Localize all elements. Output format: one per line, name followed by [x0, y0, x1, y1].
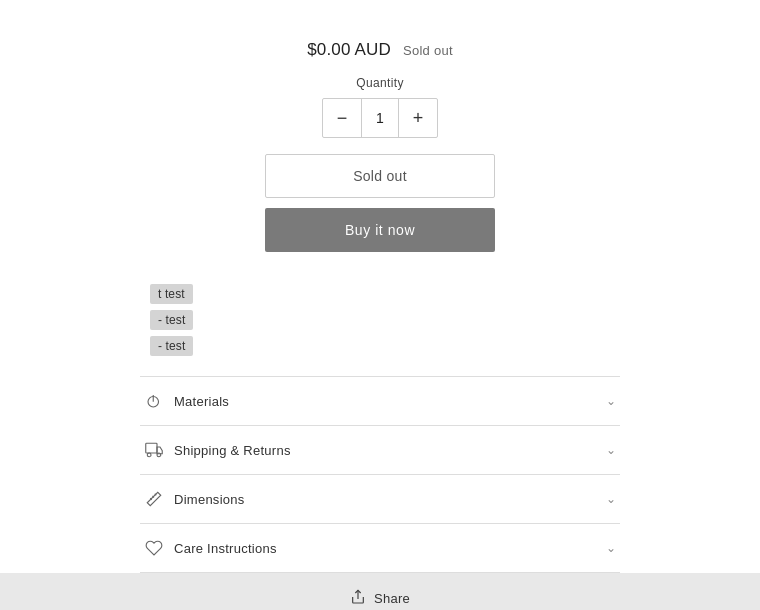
product-section: $0.00 AUD Sold out Quantity − 1 + Sold o…: [140, 40, 620, 252]
accordion-item-shipping[interactable]: Shipping & Returns ⌄: [140, 426, 620, 475]
chevron-down-icon: ⌄: [606, 541, 616, 555]
quantity-value: 1: [361, 99, 399, 137]
product-page: $0.00 AUD Sold out Quantity − 1 + Sold o…: [0, 0, 760, 610]
accordion-item-materials[interactable]: Materials ⌄: [140, 377, 620, 426]
accordion-label-materials: Materials: [174, 394, 229, 409]
tag-2: - test: [150, 310, 193, 330]
svg-point-1: [147, 453, 151, 457]
quantity-increase-button[interactable]: +: [399, 99, 437, 137]
buy-now-button[interactable]: Buy it now: [265, 208, 495, 252]
test-tags-section: t test - test - test: [140, 284, 620, 356]
accordion-item-care[interactable]: Care Instructions ⌄: [140, 524, 620, 573]
leaf-icon: [144, 391, 164, 411]
share-label: Share: [374, 591, 410, 606]
sold-out-button[interactable]: Sold out: [265, 154, 495, 198]
chevron-down-icon: ⌄: [606, 492, 616, 506]
svg-rect-0: [146, 443, 157, 453]
chevron-down-icon: ⌄: [606, 394, 616, 408]
quantity-label: Quantity: [356, 76, 404, 90]
chevron-down-icon: ⌄: [606, 443, 616, 457]
accordion-item-dimensions[interactable]: Dimensions ⌄: [140, 475, 620, 524]
tag-3: - test: [150, 336, 193, 356]
product-price: $0.00 AUD: [307, 40, 391, 60]
tag-1: t test: [150, 284, 193, 304]
accordion-label-dimensions: Dimensions: [174, 492, 245, 507]
share-area: Share: [0, 573, 760, 610]
accordion-section: Materials ⌄ Shipping & Returns ⌄: [140, 376, 620, 573]
heart-icon: [144, 538, 164, 558]
accordion-label-shipping: Shipping & Returns: [174, 443, 291, 458]
price-row: $0.00 AUD Sold out: [307, 40, 453, 60]
accordion-label-care: Care Instructions: [174, 541, 277, 556]
quantity-decrease-button[interactable]: −: [323, 99, 361, 137]
quantity-control: − 1 +: [322, 98, 438, 138]
ruler-icon: [144, 489, 164, 509]
share-button[interactable]: Share: [350, 589, 410, 608]
status-badge: Sold out: [403, 43, 453, 58]
share-icon: [350, 589, 366, 608]
truck-icon: [144, 440, 164, 460]
svg-point-2: [157, 453, 161, 457]
